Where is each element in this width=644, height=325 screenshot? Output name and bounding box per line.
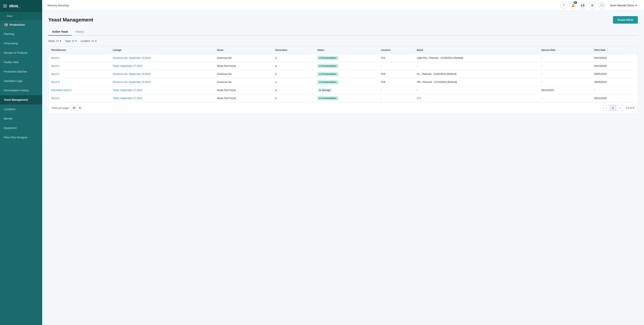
col-status: Status	[314, 47, 378, 54]
cell-location: FV1	[378, 54, 414, 62]
cell-batch: -	[414, 86, 539, 94]
status-badge: In Fermentation	[317, 96, 338, 100]
sidebar-item-facility-view[interactable]: Facility View	[0, 58, 42, 67]
page-1-button[interactable]: 1	[610, 105, 616, 111]
cell-pitch_date: -	[592, 86, 638, 94]
cell-pitch_harvest[interactable]: Gen2.2	[48, 94, 110, 102]
cell-strain: American Ale	[214, 78, 272, 86]
col-generation: Generation	[272, 47, 315, 54]
pitch_harvest-link[interactable]: Gen3.1	[51, 56, 60, 59]
page-count: 1-6 of 6	[626, 107, 634, 109]
location-filter-select[interactable]: All	[91, 40, 94, 42]
sidebar-item-production-batches[interactable]: Production Batches	[0, 67, 42, 76]
cell-harvest_date: -	[538, 94, 592, 102]
cell-lineage[interactable]: American Ale: September 18 2023	[110, 54, 214, 62]
lineage-link[interactable]: American Ale: September 18 2023	[113, 81, 151, 84]
status-badge: In Fermentation	[317, 56, 338, 60]
history-icon[interactable]: 🕐	[598, 2, 605, 9]
cell-lineage[interactable]: Yeast: September 27 2023	[110, 86, 214, 94]
lineage-link[interactable]: Yeast: September 27 2023	[113, 89, 142, 92]
cell-location: FV6	[378, 78, 414, 86]
cell-pitch_harvest[interactable]: Gen2.1	[48, 70, 110, 78]
sidebar-item-forecasting[interactable]: Forecasting	[0, 39, 42, 48]
cell-lineage[interactable]: Yeast: September 27 2023	[110, 62, 214, 70]
harvest-date-sort-icon: ↓	[556, 49, 558, 52]
pitch_harvest-link[interactable]: Gen3.1	[51, 65, 60, 67]
pitch_harvest-link[interactable]: Gen2.3	[51, 81, 60, 84]
cell-strain: American Ale	[214, 54, 272, 62]
sidebar-item-fermentation-history[interactable]: Fermentation History	[0, 86, 42, 95]
cell-pitch_harvest[interactable]: Gen2.3	[48, 78, 110, 86]
pitch-date-sort-icon: ↓	[606, 49, 608, 52]
cell-status: In Storage	[314, 86, 378, 94]
cell-batch: HL - Planned - 11/02/2022 (Retired)	[414, 70, 539, 78]
strain-filter-select[interactable]: All	[56, 40, 59, 42]
apps-icon[interactable]: ⊞	[589, 2, 596, 9]
table-body: Gen3.1American Ale: September 18 2023Ame…	[48, 54, 638, 102]
cell-pitch_harvest[interactable]: Gen3.1	[48, 54, 110, 62]
pitch_harvest-link[interactable]: Gen2.2	[51, 97, 60, 100]
tab-history[interactable]: History	[72, 28, 88, 36]
lineage-link[interactable]: American Ale: September 18 2023	[113, 73, 151, 75]
back-button[interactable]: ← Back	[0, 12, 42, 20]
status-badge: In Fermentation	[317, 64, 338, 68]
cell-pitch_harvest[interactable]: Harvested Gen2.2	[48, 86, 110, 94]
lineage-link[interactable]: Yeast: September 27 2023	[113, 97, 142, 100]
col-pitch-date[interactable]: Pitch Date ↓	[592, 47, 638, 54]
batch-link[interactable]: 275	[417, 97, 421, 100]
pitch_harvest-link[interactable]: Gen2.1	[51, 73, 60, 75]
nav-items: PlanningForecastingRecipes & ProductsFac…	[0, 29, 42, 142]
cell-location: -	[378, 94, 414, 102]
cell-batch[interactable]: 275	[414, 94, 539, 102]
cell-lineage[interactable]: Yeast: September 27 2023	[110, 94, 214, 102]
rows-per-page-select[interactable]: 25 50 100	[70, 105, 82, 111]
pitch_harvest-link[interactable]: Harvested Gen2.2	[51, 89, 72, 92]
col-lineage: Lineage	[110, 47, 214, 54]
cell-lineage[interactable]: American Ale: September 18 2023	[110, 78, 214, 86]
cell-harvest_date: -	[538, 78, 592, 86]
cell-pitch_date: 09/05/2023	[592, 78, 638, 86]
prev-page-button[interactable]: ‹	[603, 105, 609, 111]
yeast-table-container: Pitch/HarvestLineageStrainGenerationStat…	[48, 46, 638, 114]
table-row: Gen2.2Yeast: September 27 2023Strain Not…	[48, 94, 638, 102]
sidebar-item-equipment[interactable]: Equipment	[0, 123, 42, 133]
cell-strain: Strain Not Found	[214, 62, 272, 70]
user-menu[interactable]: Sean Hannah Demo ▾	[608, 3, 639, 8]
cell-status: In Fermentation	[314, 94, 378, 102]
page-title: Yeast Management	[48, 17, 93, 23]
col-pitch-harvest: Pitch/Harvest	[48, 47, 110, 54]
cell-pitch_harvest[interactable]: Gen3.1	[48, 62, 110, 70]
cell-status: In Fermentation	[314, 70, 378, 78]
notifications-icon[interactable]: 🔔 9+	[570, 2, 576, 9]
sidebar: ekos_ ← Back 🏭 Production PlanningForeca…	[0, 0, 42, 325]
type-filter-label: Type	[65, 40, 70, 42]
fresh-pitch-button[interactable]: Fresh Pitch	[613, 16, 638, 24]
cell-harvest_date: -	[538, 62, 592, 70]
help-icon[interactable]: ?	[560, 2, 567, 9]
table-row: Harvested Gen2.2Yeast: September 27 2023…	[48, 86, 638, 94]
lineage-link[interactable]: American Ale: September 18 2023	[113, 56, 151, 59]
sidebar-item-recipes-products[interactable]: Recipes & Products	[0, 48, 42, 58]
sidebar-item-sanitation-logs[interactable]: Sanitation Logs	[0, 76, 42, 86]
next-page-button[interactable]: ›	[617, 105, 623, 111]
sidebar-item-floor-plan-designer[interactable]: Floor Plan Designer	[0, 133, 42, 142]
sidebar-item-planning[interactable]: Planning	[0, 29, 42, 39]
sidebar-item-barrels[interactable]: Barrels	[0, 114, 42, 123]
cell-generation: 3	[272, 54, 315, 62]
sidebar-item-yeast-management[interactable]: Yeast Management	[0, 95, 42, 105]
type-filter-select[interactable]: All	[72, 40, 74, 42]
table-row: Gen3.1Yeast: September 27 2023Strain Not…	[48, 62, 638, 70]
yeast-table: Pitch/HarvestLineageStrainGenerationStat…	[48, 47, 638, 102]
cell-lineage[interactable]: American Ale: September 18 2023	[110, 70, 214, 78]
col-harvest-date[interactable]: Harvest Date ↓	[538, 47, 592, 54]
cell-batch: -	[414, 62, 539, 70]
strain-filter-label: Strain	[48, 40, 55, 42]
lineage-link[interactable]: Yeast: September 27 2023	[113, 65, 142, 67]
hamburger-icon[interactable]	[3, 5, 7, 7]
topbar-actions: ? 🔔 9+ 📢 ⊞ 🕐 Sean Hannah Demo ▾	[560, 2, 639, 9]
table-row: Gen2.3American Ale: September 18 2023Ame…	[48, 78, 638, 86]
production-label: Production	[10, 23, 25, 26]
tab-active-yeast[interactable]: Active Yeast	[48, 28, 72, 36]
announcements-icon[interactable]: 📢	[579, 2, 586, 9]
sidebar-item-locations[interactable]: Locations	[0, 105, 42, 114]
